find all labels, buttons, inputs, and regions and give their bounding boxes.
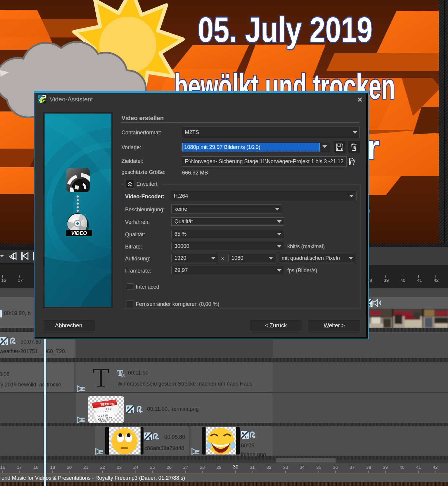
svg-text:27 28: 27 28: [99, 419, 106, 423]
svg-text:VIDEO: VIDEO: [71, 230, 87, 236]
svg-text:fx: fx: [121, 371, 125, 378]
